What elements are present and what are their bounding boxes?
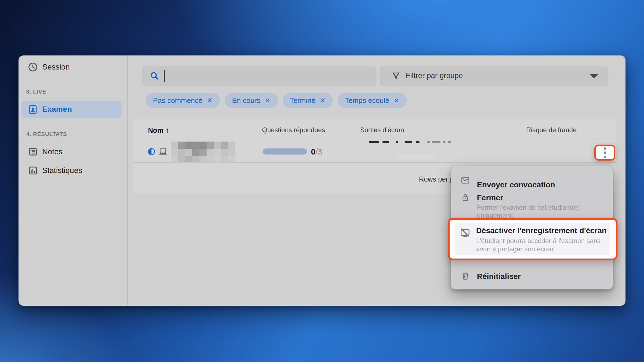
notes-icon: [28, 147, 38, 157]
close-icon[interactable]: ✕: [265, 97, 271, 105]
chip-en-cours[interactable]: En cours ✕: [225, 93, 278, 108]
sidebar-item-label: Examen: [42, 105, 72, 114]
sidebar-section-resultats: 4. RÉSULTATS: [26, 131, 67, 137]
column-header-risque[interactable]: Risque de fraude: [526, 126, 577, 134]
chip-label: Temps écoulé: [345, 96, 389, 105]
menu-item-desactiver-enregistrement[interactable]: Désactiver l'enregistrement d'écran L'ét…: [448, 218, 617, 260]
kebab-dot: [604, 147, 606, 150]
sidebar-item-label: Statistiques: [42, 166, 82, 175]
sidebar-section-live: 3. LIVE: [26, 89, 46, 95]
menu-item-label: Réinitialiser: [477, 272, 521, 281]
laptop-icon: [158, 147, 168, 156]
filter-label: Filtrer par groupe: [406, 71, 463, 80]
kebab-dot: [604, 156, 606, 158]
close-icon[interactable]: ✕: [207, 97, 213, 105]
column-header-sorties[interactable]: Sorties d'écran: [360, 126, 404, 134]
sidebar-item-label: Session: [42, 63, 70, 71]
time-status-icon: [147, 148, 155, 156]
menu-item-envoyer-convocation[interactable]: Envoyer convocation: [451, 172, 613, 187]
bar-chart-icon: [28, 165, 38, 176]
chip-termine[interactable]: Terminé ✕: [283, 93, 333, 108]
mail-icon: [461, 176, 470, 185]
sidebar-item-session[interactable]: Session: [19, 59, 127, 75]
exam-icon: [28, 104, 38, 115]
redacted-student-name: [171, 142, 235, 163]
column-header-nom[interactable]: Nom↑: [148, 126, 169, 135]
text-cursor: [164, 70, 165, 82]
desktop-background: { "sidebar": { "session_label": "Session…: [0, 0, 644, 362]
filter-chips: Pas commencé ✕ En cours ✕ Terminé ✕ Temp…: [146, 93, 407, 108]
lock-icon: [461, 193, 470, 202]
search-icon: [149, 71, 159, 81]
sidebar-item-statistiques[interactable]: Statistiques: [19, 163, 127, 178]
row-actions-kebab-button[interactable]: [594, 145, 615, 161]
questions-score: 0/3: [311, 147, 322, 156]
redacted-exits-subtext: [395, 155, 436, 159]
clock-icon: [28, 62, 38, 72]
sort-ascending-icon: ↑: [166, 126, 169, 134]
kebab-dot: [604, 151, 606, 154]
menu-item-label: Fermer: [477, 193, 503, 202]
search-box[interactable]: [142, 66, 376, 86]
sidebar-item-examen[interactable]: Examen: [21, 101, 122, 118]
menu-item-description: L'étudiant pourra accéder à l'examen san…: [476, 237, 614, 253]
chip-temps-ecoule[interactable]: Temps écoulé ✕: [338, 93, 407, 108]
trash-icon: [461, 271, 470, 281]
sidebar-item-label: Notes: [42, 147, 62, 156]
menu-item-label: Désactiver l'enregistrement d'écran: [476, 226, 606, 235]
menu-item-reinitialiser[interactable]: Réinitialiser: [451, 268, 613, 284]
menu-item-description: Fermer l'examen de cet étudiant(e) uniqu…: [477, 203, 607, 220]
close-icon[interactable]: ✕: [320, 97, 326, 105]
divider: [133, 162, 616, 163]
chip-pas-commence[interactable]: Pas commencé ✕: [146, 93, 220, 108]
screen-share-off-icon: [460, 227, 471, 238]
chip-label: Terminé: [290, 96, 315, 105]
highlighted-item-surface: Désactiver l'enregistrement d'écran L'ét…: [455, 223, 610, 255]
column-header-questions[interactable]: Questions répondues: [262, 126, 325, 134]
chevron-down-icon: [590, 74, 598, 79]
menu-item-label: Envoyer convocation: [477, 180, 555, 189]
group-filter-dropdown[interactable]: Filtrer par groupe: [380, 66, 608, 86]
filter-funnel-icon: [391, 71, 401, 81]
sidebar-item-notes[interactable]: Notes: [19, 144, 127, 159]
close-icon[interactable]: ✕: [394, 97, 400, 105]
sidebar: Session 3. LIVE Examen 4. RÉSULTATS Note…: [19, 55, 128, 306]
search-input[interactable]: [168, 66, 367, 86]
chip-label: Pas commencé: [153, 96, 202, 105]
menu-item-fermer[interactable]: Fermer Fermer l'examen de cet étudiant(e…: [451, 188, 613, 219]
chip-label: En cours: [232, 96, 260, 105]
questions-progress-bar: [263, 148, 307, 155]
